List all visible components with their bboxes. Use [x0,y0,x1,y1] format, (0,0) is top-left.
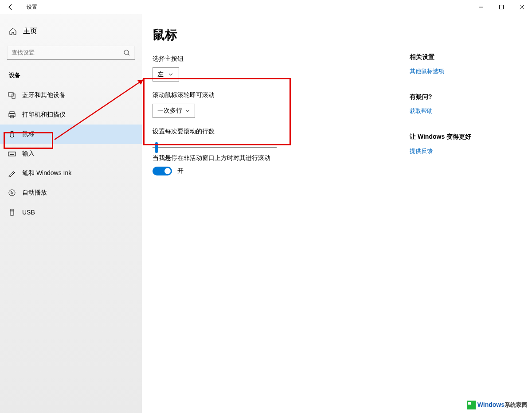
usb-icon [8,208,16,216]
main-content: 鼠标 选择主按钮 左 滚动鼠标滚轮即可滚动 一次多行 设置每次要滚动的行数 [142,14,532,413]
svg-rect-8 [10,112,14,113]
sidebar-section-label: 设备 [0,68,142,86]
sidebar-item-label: USB [22,209,35,216]
mouse-icon [8,130,16,138]
search-input[interactable] [7,46,135,60]
scroll-wheel-dropdown[interactable]: 一次多行 [153,104,195,118]
svg-line-5 [128,54,129,55]
better-heading: 让 Windows 变得更好 [410,133,525,141]
svg-rect-13 [8,152,16,156]
titlebar: 设置 [0,0,532,14]
toggle-state-label: 开 [177,167,184,175]
dropdown-value: 左 [157,70,164,78]
svg-rect-9 [9,113,15,117]
svg-rect-20 [11,209,13,211]
svg-point-4 [124,50,129,55]
close-button[interactable] [512,0,532,14]
sidebar-item-autoplay[interactable]: 自动播放 [0,183,142,203]
primary-button-dropdown[interactable]: 左 [153,67,179,82]
sidebar-item-label: 输入 [22,150,35,158]
lines-slider[interactable] [153,147,277,148]
svg-point-19 [9,190,15,196]
sidebar-item-bluetooth[interactable]: 蓝牙和其他设备 [0,86,142,105]
related-link[interactable]: 其他鼠标选项 [410,67,525,75]
autoplay-icon [8,189,16,197]
window-title: 设置 [27,4,37,11]
minimize-icon [479,5,483,9]
pen-icon [8,169,16,177]
related-heading: 相关设置 [410,53,525,61]
search-icon [123,49,130,58]
devices-icon [8,91,16,99]
minimize-button[interactable] [471,0,491,14]
sidebar-item-label: 笔和 Windows Ink [22,169,71,177]
keyboard-icon [8,150,16,158]
toggle-knob [164,168,171,174]
sidebar-home-label: 主页 [23,27,37,36]
sidebar-item-usb[interactable]: USB [0,203,142,222]
back-arrow-icon [7,4,14,11]
help-link[interactable]: 获取帮助 [410,107,525,115]
scroll-wheel-label: 滚动鼠标滚轮即可滚动 [153,91,405,99]
svg-rect-21 [10,211,14,215]
page-title: 鼠标 [153,27,532,43]
dropdown-value: 一次多行 [157,107,182,115]
question-heading: 有疑问? [410,93,525,101]
sidebar-item-pen[interactable]: 笔和 Windows Ink [0,164,142,183]
chevron-down-icon [185,108,190,113]
watermark-icon [467,401,476,409]
sidebar-item-printers[interactable]: 打印机和扫描仪 [0,105,142,125]
printer-icon [8,111,16,119]
sidebar-item-label: 自动播放 [22,189,47,197]
back-button[interactable] [0,0,21,14]
svg-rect-6 [8,93,13,96]
lines-label: 设置每次要滚动的行数 [153,128,405,136]
chevron-down-icon [168,72,173,77]
inactive-window-toggle[interactable] [153,167,172,175]
maximize-button[interactable] [491,0,512,14]
watermark: Windows系统家园 [467,401,528,409]
sidebar-item-label: 蓝牙和其他设备 [22,91,66,99]
feedback-link[interactable]: 提供反馈 [410,147,525,155]
sidebar-item-typing[interactable]: 输入 [0,144,142,164]
sidebar-home[interactable]: 主页 [0,22,142,40]
sidebar: 主页 设备 蓝牙和其他设备 打印机和扫描仪 鼠标 输入 [0,14,142,413]
sidebar-item-label: 鼠标 [22,130,35,138]
maximize-icon [499,5,504,9]
window-controls [471,0,532,14]
sidebar-item-label: 打印机和扫描仪 [22,111,66,119]
close-icon [520,5,524,9]
aside: 相关设置 其他鼠标选项 有疑问? 获取帮助 让 Windows 变得更好 提供反… [410,53,525,175]
svg-rect-1 [500,5,504,9]
inactive-window-label: 当我悬停在非活动窗口上方时对其进行滚动 [153,154,405,162]
sidebar-item-mouse[interactable]: 鼠标 [0,125,142,144]
primary-button-label: 选择主按钮 [153,55,405,63]
home-icon [9,27,17,35]
